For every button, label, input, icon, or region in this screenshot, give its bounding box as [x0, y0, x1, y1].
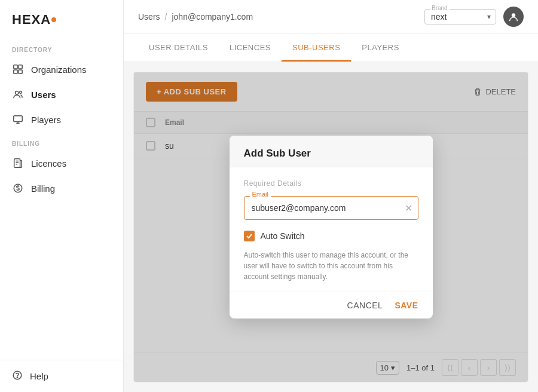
logo: HEXA	[0, 0, 123, 38]
svg-point-11	[512, 13, 515, 17]
sidebar-item-licences[interactable]: Licences	[0, 151, 123, 176]
sidebar: HEXA DIRECTORY Organizations Users Pla	[0, 0, 124, 392]
svg-rect-0	[14, 65, 17, 69]
svg-point-10	[17, 377, 17, 378]
tab-licences[interactable]: LICENCES	[219, 33, 282, 62]
tab-user-details[interactable]: USER DETAILS	[138, 33, 219, 62]
auto-switch-label: Auto Switch	[261, 231, 305, 241]
modal: Add Sub User Required Details Email ✕	[230, 136, 433, 318]
grid-icon	[12, 63, 24, 75]
save-button[interactable]: SAVE	[395, 301, 418, 310]
sidebar-item-label-players: Players	[31, 115, 61, 125]
help-icon	[12, 370, 23, 382]
sidebar-item-players[interactable]: Players	[0, 107, 123, 132]
modal-section-label: Required Details	[244, 179, 418, 188]
brand-select[interactable]: Brand next ▾	[424, 9, 496, 24]
topbar: Users / john@company1.com Brand next ▾	[124, 0, 538, 33]
sidebar-item-billing[interactable]: Billing	[0, 176, 123, 201]
monitor-icon	[12, 114, 24, 125]
svg-rect-6	[14, 116, 22, 122]
modal-header: Add Sub User	[230, 136, 433, 167]
dollar-icon	[12, 182, 24, 194]
modal-overlay: Add Sub User Required Details Email ✕	[134, 72, 528, 382]
sidebar-item-users[interactable]: Users	[0, 82, 123, 107]
email-input[interactable]	[244, 196, 418, 220]
breadcrumb-separator: /	[165, 12, 167, 22]
input-clear-icon[interactable]: ✕	[405, 203, 412, 214]
email-input-label: Email	[250, 191, 271, 198]
modal-footer: CANCEL SAVE	[230, 292, 433, 318]
sidebar-item-organizations[interactable]: Organizations	[0, 57, 123, 82]
sidebar-bottom: Help	[0, 360, 123, 392]
svg-rect-2	[14, 70, 17, 74]
main: Users / john@company1.com Brand next ▾ U…	[124, 0, 538, 392]
auto-switch-row: Auto Switch	[244, 231, 418, 241]
modal-title: Add Sub User	[244, 148, 311, 159]
breadcrumb: Users / john@company1.com	[138, 12, 253, 22]
avatar[interactable]	[503, 7, 524, 27]
topbar-right: Brand next ▾	[424, 7, 524, 27]
help-label: Help	[30, 371, 48, 381]
svg-point-5	[20, 91, 22, 93]
tabs-bar: USER DETAILS LICENCES SUB-USERS PLAYERS	[124, 33, 538, 62]
content-area: + ADD SUB USER DELETE Email su 10 ▾	[133, 72, 528, 382]
brand-arrow-icon: ▾	[487, 13, 491, 21]
modal-body: Required Details Email ✕ Auto Switch	[230, 167, 433, 292]
breadcrumb-parent: Users	[138, 12, 160, 22]
svg-rect-3	[19, 70, 22, 74]
help-item[interactable]: Help	[12, 370, 111, 382]
directory-section-label: DIRECTORY	[0, 38, 123, 57]
logo-text: HEXA	[12, 12, 51, 27]
auto-switch-checkbox[interactable]	[244, 231, 255, 241]
book-icon	[12, 157, 24, 169]
svg-point-4	[16, 91, 19, 94]
brand-label: Brand	[430, 5, 450, 11]
breadcrumb-child: john@company1.com	[172, 12, 253, 22]
sidebar-item-label-users: Users	[31, 90, 56, 100]
users-icon	[12, 88, 24, 100]
auto-switch-description: Auto-switch this user to manage this acc…	[244, 250, 418, 282]
billing-section-label: BILLING	[0, 132, 123, 151]
brand-value: next	[431, 12, 447, 22]
sidebar-item-label-licences: Licences	[31, 158, 66, 169]
logo-dot	[51, 17, 56, 22]
tab-players[interactable]: PLAYERS	[351, 33, 410, 62]
tab-sub-users[interactable]: SUB-USERS	[282, 33, 351, 62]
sidebar-item-label-billing: Billing	[31, 183, 55, 194]
svg-rect-1	[19, 65, 22, 69]
sidebar-item-label-organizations: Organizations	[31, 65, 87, 75]
email-input-group: Email ✕	[244, 196, 418, 220]
svg-rect-7	[14, 159, 20, 167]
cancel-button[interactable]: CANCEL	[347, 301, 383, 310]
